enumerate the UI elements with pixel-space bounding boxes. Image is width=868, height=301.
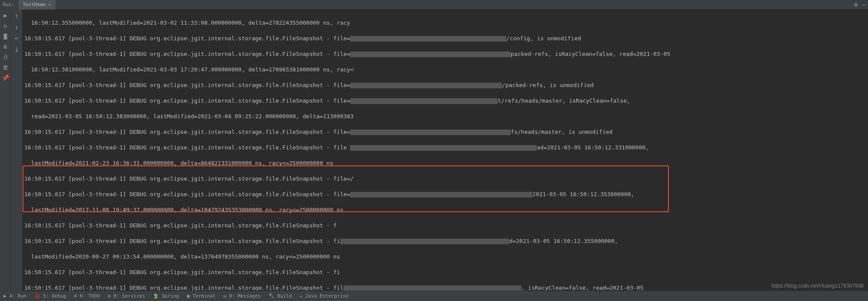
log-line: 16:50:15.617 [pool-3-thread-1] DEBUG org…	[24, 237, 864, 245]
log-line: 16:50:15.617 [pool-3-thread-1] DEBUG org…	[24, 175, 864, 183]
minimize-icon[interactable]: —	[862, 1, 865, 8]
up-icon[interactable]: ↑	[13, 12, 20, 19]
log-line: lastModified=2021-02-23 16:36:31.0000000…	[24, 159, 864, 167]
layout-icon[interactable]: ≣	[3, 43, 9, 49]
toolwin-javaee[interactable]: ☕ Java Enterprise	[300, 293, 349, 299]
down-icon[interactable]: ↓	[13, 23, 20, 30]
log-line: 16:50:12.355000000, lastModified=2021-03…	[24, 19, 864, 27]
highlight-box	[23, 165, 669, 212]
log-line: lastModified=2017-11-08 19:49:37.0000000…	[24, 206, 864, 214]
log-line: read=2021-03-05 16:50:12.383000000, last…	[24, 113, 864, 120]
run-tab-testdemo[interactable]: TestDemo ×	[19, 0, 56, 10]
scroll-end-icon[interactable]: ⤓	[13, 46, 20, 53]
print-icon[interactable]: ⎙	[3, 54, 9, 60]
run-toolbar: Run: TestDemo × ⚙ —	[0, 0, 868, 10]
rerun-icon[interactable]: ↻	[3, 23, 9, 29]
log-line: 16:50:15.617 [pool-3-thread-1] DEBUG org…	[24, 222, 864, 230]
pin-icon[interactable]: 📌	[3, 74, 9, 81]
console-output[interactable]: 16:50:12.355000000, lastModified=2021-03…	[23, 10, 868, 291]
trash-icon[interactable]: 🗑	[3, 64, 9, 70]
toolwin-run[interactable]: ▶ 4: Run	[3, 293, 26, 299]
log-line: 16:50:15.617 [pool-3-thread-1] DEBUG org…	[24, 269, 864, 276]
toolwin-services[interactable]: ⚙ 8: Services	[108, 293, 145, 299]
console-actions: ↑ ↓ ↩ ⤓	[11, 10, 23, 291]
log-line: 16:50:15.617 [pool-3-thread-1] DEBUG org…	[24, 284, 864, 291]
dump-icon[interactable]: ◙	[3, 33, 9, 39]
close-icon[interactable]: ×	[48, 2, 51, 7]
log-line: 16:50:12.381000000, lastModified=2021-03…	[24, 66, 864, 74]
log-line: 16:50:15.617 [pool-3-thread-1] DEBUG org…	[24, 35, 864, 42]
run-gutter: ▶ ↻ ◙ ≣ ⎙ 🗑 📌	[0, 10, 11, 291]
run-label: Run:	[3, 2, 14, 7]
tab-title: TestDemo	[23, 2, 46, 7]
toolwin-spring[interactable]: 🍃 Spring	[153, 293, 179, 299]
toolwin-messages[interactable]: ✉ 0: Messages	[223, 293, 261, 299]
log-line: 16:50:15.617 [pool-3-thread-1] DEBUG org…	[24, 128, 864, 136]
gear-icon[interactable]: ⚙	[854, 1, 858, 8]
toolwin-build[interactable]: 🔨 Build	[269, 293, 292, 299]
log-line: 16:50:15.617 [pool-3-thread-1] DEBUG org…	[24, 144, 864, 152]
log-line: 16:50:15.617 [pool-3-thread-1] DEBUG org…	[24, 191, 864, 198]
status-bar: ▶ 4: Run 🐞 5: Debug ≡ 6: TODO ⚙ 8: Servi…	[0, 291, 868, 301]
toolwin-todo[interactable]: ≡ 6: TODO	[74, 293, 100, 299]
log-line: 16:50:15.617 [pool-3-thread-1] DEBUG org…	[24, 50, 864, 58]
toolwin-debug[interactable]: 🐞 5: Debug	[34, 293, 66, 299]
log-line: 16:50:15.617 [pool-3-thread-1] DEBUG org…	[24, 81, 864, 89]
log-line: 16:50:15.617 [pool-3-thread-1] DEBUG org…	[24, 97, 864, 105]
watermark: https://blog.csdn.net/Huang1178387848	[771, 282, 864, 290]
toolwin-terminal[interactable]: ▣ Terminal	[187, 293, 216, 299]
log-line: lastModified=2020-09-27 09:13:54.0000000…	[24, 253, 864, 261]
soft-wrap-icon[interactable]: ↩	[13, 35, 20, 42]
run-icon[interactable]: ▶	[3, 12, 9, 18]
